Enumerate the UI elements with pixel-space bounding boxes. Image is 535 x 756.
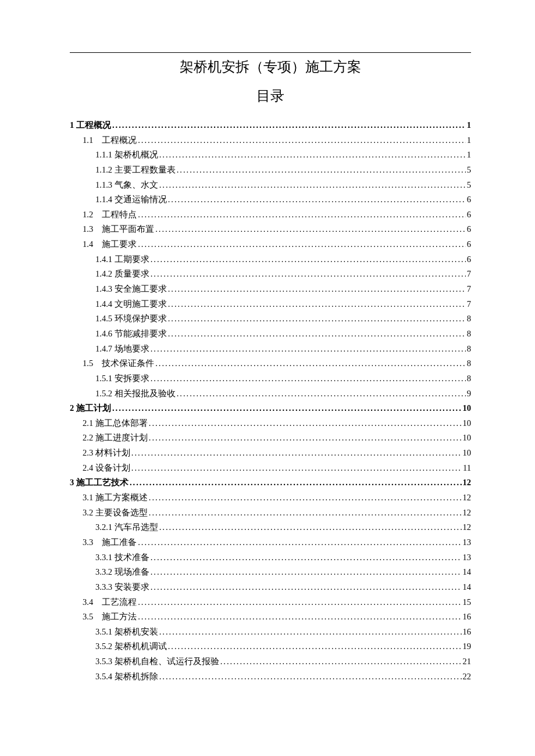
toc-leader-dots	[168, 311, 466, 326]
toc-entry-page: 6	[467, 252, 471, 267]
toc-entry: 2 施工计划10	[70, 401, 471, 415]
toc-leader-dots	[151, 565, 462, 579]
toc-entry-page: 21	[463, 654, 472, 669]
toc-entry: 3.3.3 安装要求14	[70, 580, 471, 594]
toc-leader-dots	[138, 595, 461, 610]
toc-entry-label: 3 施工工艺技术	[70, 475, 129, 490]
toc-entry-page: 10	[463, 401, 472, 415]
toc-entry-label: 1.2 工程特点	[83, 207, 137, 222]
toc-leader-dots	[168, 297, 466, 311]
document-title: 架桥机安拆（专项）施工方案	[70, 58, 471, 76]
toc-leader-dots	[177, 163, 466, 177]
toc-entry: 3.3.1 技术准备13	[70, 550, 471, 565]
toc-entry-label: 1.4.7 场地要求	[95, 342, 149, 356]
toc-entry: 1.1.1 架桥机概况1	[70, 148, 471, 162]
toc-entry: 1.1.3 气象、水文5	[70, 178, 471, 192]
toc-leader-dots	[155, 356, 466, 371]
toc-entry-page: 6	[467, 237, 471, 252]
toc-entry: 1.5.1 安拆要求8	[70, 371, 471, 386]
toc-entry-page: 6	[467, 192, 471, 207]
toc-leader-dots	[138, 535, 461, 550]
toc-entry: 1.5 技术保证条件8	[70, 356, 471, 371]
toc-entry-label: 3.3.2 现场准备	[95, 565, 149, 579]
toc-leader-dots	[159, 178, 466, 192]
toc-entry: 1.3 施工平面布置6	[70, 222, 471, 237]
toc-entry: 1.1.2 主要工程数量表5	[70, 163, 471, 177]
toc-leader-dots	[112, 118, 466, 132]
toc-entry-label: 1.5 技术保证条件	[83, 356, 154, 371]
toc-entry-page: 5	[467, 163, 471, 177]
toc-entry-label: 1.4.6 节能减排要求	[95, 327, 167, 341]
toc-entry-label: 1.5.1 安拆要求	[95, 371, 149, 386]
toc-entry-label: 1.1.3 气象、水文	[95, 178, 158, 192]
toc-entry: 3.1 施工方案概述12	[70, 490, 471, 505]
toc-entry: 3.5.2 架桥机机调试19	[70, 639, 471, 654]
toc-entry-label: 3.5 施工方法	[83, 610, 137, 624]
toc-entry-label: 2.4 设备计划	[83, 461, 130, 475]
toc-entry: 1.4.2 质量要求7	[70, 267, 471, 281]
toc-entry-label: 1.1.1 架桥机概况	[95, 148, 158, 162]
toc-entry-label: 3.5.1 架桥机安装	[95, 625, 158, 639]
toc-entry-label: 1.4.2 质量要求	[95, 267, 149, 281]
toc-entry-label: 3.3.1 技术准备	[95, 550, 149, 565]
toc-entry-label: 2.1 施工总体部署	[83, 416, 148, 431]
toc-leader-dots	[138, 207, 466, 222]
toc-entry: 2.2 施工进度计划10	[70, 431, 471, 445]
toc-entry-page: 22	[463, 669, 472, 684]
toc-entry-label: 3.1 施工方案概述	[83, 490, 148, 505]
toc-entry-label: 1.4.1 工期要求	[95, 252, 149, 267]
toc-entry-label: 3.5.3 架桥机自检、试运行及报验	[95, 654, 219, 669]
toc-entry-page: 6	[467, 222, 471, 237]
toc-entry: 1.1.4 交通运输情况6	[70, 192, 471, 207]
toc-entry: 3.2 主要设备选型12	[70, 506, 471, 520]
toc-leader-dots	[168, 282, 466, 296]
toc-entry: 1.2 工程特点6	[70, 207, 471, 222]
toc-entry-page: 12	[463, 520, 472, 535]
toc-leader-dots	[159, 148, 466, 162]
toc-entry-page: 1	[467, 133, 471, 148]
toc-entry-label: 2.2 施工进度计划	[83, 431, 148, 445]
toc-entry: 3.2.1 汽车吊选型12	[70, 520, 471, 535]
toc-entry-label: 1.4 施工要求	[83, 237, 137, 252]
toc-entry-label: 3.2.1 汽车吊选型	[95, 520, 158, 535]
toc-leader-dots	[131, 461, 462, 475]
toc-leader-dots	[131, 446, 462, 460]
toc-entry: 3.4 工艺流程15	[70, 595, 471, 610]
toc-entry: 3.5.3 架桥机自检、试运行及报验21	[70, 654, 471, 669]
toc-entry-label: 1.4.5 环境保护要求	[95, 311, 167, 326]
toc-entry: 1.4 施工要求6	[70, 237, 471, 252]
toc-entry: 1.4.3 安全施工要求7	[70, 282, 471, 296]
toc-entry-page: 7	[467, 297, 471, 311]
toc-leader-dots	[149, 506, 462, 520]
toc-entry-page: 12	[463, 475, 472, 490]
toc-leader-dots	[168, 639, 462, 654]
toc-entry: 3.5.1 架桥机安装16	[70, 625, 471, 639]
toc-entry-label: 1.4.4 文明施工要求	[95, 297, 167, 311]
toc-entry: 3.3.2 现场准备14	[70, 565, 471, 579]
toc-entry-page: 14	[463, 580, 472, 594]
toc-entry: 2.3 材料计划10	[70, 446, 471, 460]
toc-entry: 1.4.1 工期要求6	[70, 252, 471, 267]
toc-entry-page: 6	[467, 207, 471, 222]
toc-entry-page: 13	[463, 535, 472, 550]
toc-entry-page: 8	[467, 311, 471, 326]
toc-entry-page: 11	[463, 461, 471, 475]
toc-entry: 1.4.4 文明施工要求7	[70, 297, 471, 311]
toc-entry-page: 10	[463, 416, 472, 431]
toc-entry-label: 3.3.3 安装要求	[95, 580, 149, 594]
toc-entry-page: 10	[463, 431, 472, 445]
toc-entry-page: 1	[467, 148, 471, 162]
toc-leader-dots	[149, 416, 462, 431]
toc-leader-dots	[138, 133, 466, 148]
toc-entry: 1.1 工程概况1	[70, 133, 471, 148]
toc-entry-label: 1.4.3 安全施工要求	[95, 282, 167, 296]
toc-entry: 1.4.7 场地要求8	[70, 342, 471, 356]
toc-entry: 1 工程概况1	[70, 118, 471, 132]
toc-entry-label: 1.5.2 相关报批及验收	[95, 386, 176, 401]
toc-entry-page: 7	[467, 282, 471, 296]
toc-entry-page: 8	[467, 327, 471, 341]
toc-leader-dots	[151, 342, 466, 356]
toc-entry: 3 施工工艺技术12	[70, 475, 471, 490]
toc-entry-page: 16	[463, 610, 472, 624]
toc-entry-label: 3.2 主要设备选型	[83, 506, 148, 520]
